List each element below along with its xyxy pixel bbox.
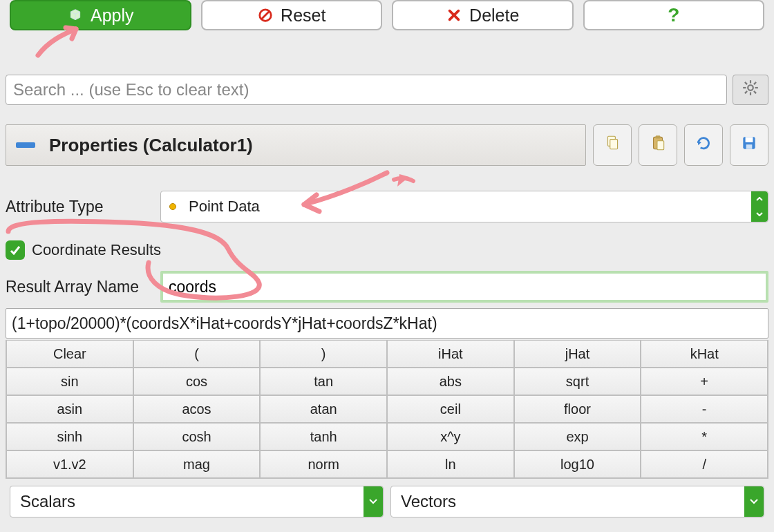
calc-button-[interactable]: ( [133, 340, 261, 368]
svg-line-7 [745, 82, 747, 84]
action-toolbar: Apply Reset Delete ? [0, 0, 774, 30]
calc-button-jhat[interactable]: jHat [514, 340, 641, 368]
calc-row: v1.v2magnormlnlog10/ [6, 450, 768, 478]
calc-row: Clear()iHatjHatkHat [6, 340, 768, 368]
apply-button[interactable]: Apply [10, 0, 191, 30]
x-icon [446, 7, 462, 23]
attribute-type-dropdown[interactable]: Point Data [160, 191, 768, 222]
calculator-grid: Clear()iHatjHatkHatsincostanabssqrt+asin… [6, 340, 768, 479]
calc-button-log10[interactable]: log10 [514, 450, 641, 478]
attribute-type-row: Attribute Type Point Data [6, 189, 768, 224]
calc-button-cosh[interactable]: cosh [133, 423, 261, 450]
calc-row: asinacosatanceilfloor- [6, 395, 768, 423]
calc-button-mag[interactable]: mag [133, 450, 261, 478]
calc-button-exp[interactable]: exp [514, 423, 641, 450]
collapse-icon [16, 142, 35, 148]
cube-icon [67, 7, 84, 23]
reset-button[interactable]: Reset [201, 0, 383, 30]
svg-line-1 [262, 12, 270, 19]
svg-rect-15 [657, 141, 664, 150]
calc-button-acos[interactable]: acos [133, 395, 261, 423]
delete-button[interactable]: Delete [392, 0, 574, 30]
calc-button-[interactable]: / [641, 450, 768, 478]
paste-button[interactable] [639, 124, 677, 166]
calc-button-[interactable]: - [641, 395, 768, 423]
calc-button-ln[interactable]: ln [387, 450, 514, 478]
svg-line-9 [754, 82, 756, 84]
copy-icon [603, 134, 621, 156]
svg-point-2 [748, 85, 753, 91]
coordinate-results-row: Coordinate Results [6, 235, 768, 265]
attribute-type-value: Point Data [189, 198, 260, 216]
refresh-button[interactable] [684, 124, 723, 166]
svg-rect-18 [746, 137, 753, 142]
calc-button-tanh[interactable]: tanh [260, 423, 387, 450]
coordinate-results-checkbox[interactable] [6, 240, 25, 260]
form-area: Attribute Type Point Data Coordinate Res… [0, 166, 774, 479]
calc-button-norm[interactable]: norm [260, 450, 387, 478]
calc-button-khat[interactable]: kHat [641, 340, 768, 368]
calc-button-asin[interactable]: asin [6, 395, 133, 423]
calc-button-v1v2[interactable]: v1.v2 [6, 450, 133, 478]
settings-button[interactable] [733, 75, 768, 105]
calc-button-sinh[interactable]: sinh [6, 423, 133, 450]
chevron-down-icon [364, 486, 383, 517]
calc-row: sinhcoshtanhx^yexp* [6, 423, 768, 450]
coordinate-results-label: Coordinate Results [32, 241, 161, 259]
formula-input[interactable]: (1+topo/20000)*(coordsX*iHat+coordsY*jHa… [6, 308, 768, 339]
svg-rect-12 [610, 140, 618, 149]
point-data-dot-icon [169, 203, 176, 210]
gear-icon [742, 79, 759, 101]
svg-line-8 [754, 91, 756, 93]
save-icon [740, 134, 758, 156]
bottom-selectors: Scalars Vectors [0, 479, 774, 517]
calc-button-[interactable]: + [641, 368, 768, 395]
refresh-icon [695, 134, 712, 156]
calc-button-sin[interactable]: sin [6, 368, 133, 395]
section-title: Properties (Calculator1) [49, 135, 253, 156]
svg-rect-19 [746, 144, 753, 149]
calc-button-tan[interactable]: tan [260, 368, 387, 395]
svg-rect-14 [656, 135, 661, 138]
result-array-name-label: Result Array Name [6, 278, 160, 296]
calc-button-clear[interactable]: Clear [6, 340, 133, 368]
calc-button-[interactable]: ) [260, 340, 387, 368]
apply-label: Apply [91, 6, 134, 26]
result-array-name-input-wrap [160, 271, 768, 303]
result-array-name-row: Result Array Name [6, 271, 768, 303]
reset-label: Reset [281, 6, 325, 26]
result-array-name-input[interactable] [167, 277, 762, 297]
help-button[interactable]: ? [583, 0, 765, 30]
vectors-label: Vectors [401, 492, 456, 511]
svg-line-10 [745, 91, 747, 93]
calc-button-cos[interactable]: cos [133, 368, 261, 395]
attribute-type-label: Attribute Type [6, 198, 160, 216]
delete-label: Delete [469, 6, 519, 26]
save-button[interactable] [730, 124, 768, 166]
calc-row: sincostanabssqrt+ [6, 368, 768, 395]
chevron-down-icon [744, 486, 764, 517]
dropdown-stepper[interactable] [751, 191, 768, 222]
prohibit-icon [257, 7, 274, 23]
scalars-label: Scalars [20, 492, 75, 511]
calc-button-sqrt[interactable]: sqrt [514, 368, 641, 395]
section-row: Properties (Calculator1) [0, 124, 774, 166]
search-input[interactable] [6, 75, 727, 105]
calc-button-atan[interactable]: atan [260, 395, 387, 423]
copy-button[interactable] [593, 124, 632, 166]
scalars-dropdown[interactable]: Scalars [10, 486, 384, 517]
calc-button-ceil[interactable]: ceil [387, 395, 514, 423]
question-icon: ? [668, 4, 679, 26]
formula-text: (1+topo/20000)*(coordsX*iHat+coordsY*jHa… [12, 314, 437, 333]
calc-button-ihat[interactable]: iHat [387, 340, 514, 368]
calc-button-abs[interactable]: abs [387, 368, 514, 395]
calc-button-floor[interactable]: floor [514, 395, 641, 423]
calc-button-xy[interactable]: x^y [387, 423, 514, 450]
calc-button-[interactable]: * [641, 423, 768, 450]
vectors-dropdown[interactable]: Vectors [390, 486, 764, 517]
search-row [0, 70, 774, 109]
properties-header[interactable]: Properties (Calculator1) [6, 124, 586, 166]
paste-icon [649, 134, 667, 156]
